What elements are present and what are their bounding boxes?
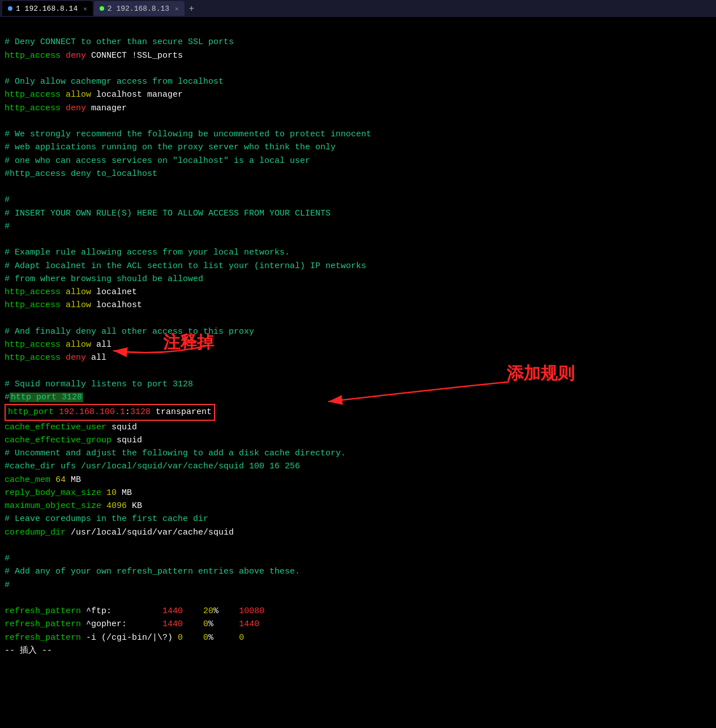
line-blank-7 xyxy=(5,365,711,378)
line-comment-10: # Example rule allowing access from your… xyxy=(5,246,711,259)
add-tab-button[interactable]: + xyxy=(186,3,198,14)
line-cache-effective-group: cache_effective_group squid xyxy=(5,434,711,447)
annotation-zhushidiao: 注释掉 xyxy=(163,331,214,354)
line-comment-20: # xyxy=(5,579,711,592)
line-blank-2 xyxy=(5,62,711,75)
line-comment-11: # Adapt localnet in the ACL section to l… xyxy=(5,260,711,273)
line-blank-4 xyxy=(5,180,711,193)
line-comment-15: # Uncomment and adjust the following to … xyxy=(5,447,711,460)
line-http-port-highlight: http_port 192.168.100.1:3128 transparent xyxy=(5,404,215,420)
tab-1-dot xyxy=(8,6,12,11)
line-reply-body: reply_body_max_size 10 MB xyxy=(5,486,711,499)
tab-1-label: 1 192.168.8.14 xyxy=(16,5,78,13)
line-comment-5: # one who can access services on "localh… xyxy=(5,154,711,167)
line-max-object: maximum_object_size 4096 KB xyxy=(5,499,711,512)
line-insert-mode: -- 插入 -- xyxy=(5,644,711,657)
line-comment-1: # Deny CONNECT to other than secure SSL … xyxy=(5,36,711,49)
line-comment-3: # We strongly recommend the following be… xyxy=(5,128,711,141)
line-http-allow-localhost: http_access allow localhost xyxy=(5,299,711,312)
line-comment-14: # Squid normally listens to port 3128 xyxy=(5,378,711,391)
line-comment-6: #http_access deny to_localhost xyxy=(5,167,711,180)
line-comment-8: # INSERT YOUR OWN RULE(S) HERE TO ALLOW … xyxy=(5,207,711,220)
terminal[interactable]: # Deny CONNECT to other than secure SSL … xyxy=(0,17,716,663)
line-comment-9: # xyxy=(5,220,711,233)
line-comment-16: #cache_dir ufs /usr/local/squid/var/cach… xyxy=(5,460,711,473)
line-comment-18: # xyxy=(5,552,711,565)
line-blank-6 xyxy=(5,312,711,325)
tab-1-close[interactable]: ✕ xyxy=(83,5,87,12)
tab-bar: 1 192.168.8.14 ✕ 2 192.168.8.13 ✕ + xyxy=(0,0,716,17)
line-blank-3 xyxy=(5,115,711,128)
line-http-allow-localnet: http_access allow localnet xyxy=(5,286,711,299)
line-blank-9 xyxy=(5,592,711,605)
line-http-deny-manager: http_access deny manager xyxy=(5,102,711,115)
line-http-allow-localhost-manager: http_access allow localhost manager xyxy=(5,88,711,101)
line-http-deny-all: http_access deny all xyxy=(5,351,711,364)
tab-2-label: 2 192.168.8.13 xyxy=(108,5,169,13)
terminal-wrapper: # Deny CONNECT to other than secure SSL … xyxy=(0,17,716,663)
tab-2[interactable]: 2 192.168.8.13 ✕ xyxy=(94,1,185,16)
line-comment-7: # xyxy=(5,193,711,206)
line-refresh-ftp: refresh_pattern ^ftp: 1440 20% 10080 xyxy=(5,605,711,618)
line-http-allow-all: http_access allow all xyxy=(5,338,711,351)
tab-2-dot xyxy=(100,6,104,11)
line-cache-effective-user: cache_effective_user squid xyxy=(5,421,711,434)
line-commented-http-port: #http port 3128 xyxy=(5,391,711,404)
line-refresh-cgi: refresh_pattern -i (/cgi-bin/|\?) 0 0% 0 xyxy=(5,631,711,644)
line-comment-13: # And finally deny all other access to t… xyxy=(5,325,711,338)
annotation-tianjia: 添加规则 xyxy=(507,362,574,385)
tab-1[interactable]: 1 192.168.8.14 ✕ xyxy=(2,1,93,16)
line-cache-mem: cache_mem 64 MB xyxy=(5,473,711,486)
line-refresh-gopher: refresh_pattern ^gopher: 1440 0% 1440 xyxy=(5,618,711,631)
line-blank-1 xyxy=(5,23,711,36)
line-comment-17: # Leave coredumps in the first cache dir xyxy=(5,512,711,525)
line-comment-2: # Only allow cachemgr access from localh… xyxy=(5,75,711,88)
line-comment-12: # from where browsing should be allowed xyxy=(5,273,711,286)
line-http-deny-connect: http_access deny CONNECT !SSL_ports xyxy=(5,49,711,62)
tab-2-close[interactable]: ✕ xyxy=(175,5,179,12)
line-blank-5 xyxy=(5,233,711,246)
line-comment-19: # Add any of your own refresh_pattern en… xyxy=(5,565,711,578)
line-blank-8 xyxy=(5,539,711,552)
line-coredump: coredump_dir /usr/local/squid/var/cache/… xyxy=(5,526,711,539)
line-comment-4: # web applications running on the proxy … xyxy=(5,141,711,154)
